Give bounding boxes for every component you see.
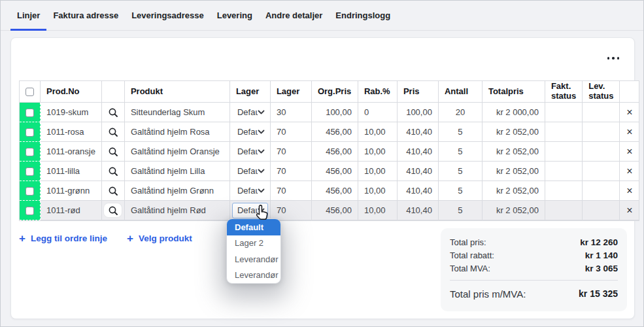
cell-fakt_status: [545, 122, 583, 142]
tab-andre-detaljer[interactable]: Andre detaljer: [259, 1, 329, 30]
product-search-button[interactable]: [104, 145, 122, 158]
col-header-lev_status: Lev. status: [583, 81, 620, 103]
cell-remove: ×: [620, 122, 639, 142]
warehouse-select[interactable]: Default: [232, 144, 268, 160]
row-checkbox[interactable]: [25, 128, 34, 137]
cell-lager_valg: Default: [230, 201, 271, 220]
col-header-pris: Pris: [398, 81, 439, 103]
cell-antall: 5: [439, 201, 483, 220]
cell-check: [20, 201, 41, 220]
warehouse-select[interactable]: Default: [232, 164, 268, 179]
cell-check: [20, 181, 41, 201]
cell-produkt: Galtåtind hjelm Lilla: [125, 162, 230, 181]
table-row: 1011-lillaGaltåtind hjelm LillaDefault70…: [20, 162, 639, 181]
cell-org_pris: 456,00: [312, 201, 358, 220]
warehouse-dropdown-menu: DefaultLager 2Leverandør 1Leverandør 2: [226, 218, 281, 284]
warehouse-select-value: Default: [237, 166, 258, 176]
add-order-line-button[interactable]: + Legg til ordre linje: [19, 233, 107, 244]
warehouse-select[interactable]: Default: [232, 105, 268, 120]
cell-lev_status: [583, 142, 620, 162]
dropdown-option-default[interactable]: Default: [227, 219, 280, 235]
tab-faktura-adresse[interactable]: Faktura adresse: [46, 1, 125, 30]
row-checkbox[interactable]: [25, 109, 34, 117]
remove-line-button[interactable]: ×: [620, 186, 639, 196]
warehouse-select-value: Default: [237, 127, 258, 137]
dropdown-option-leverandør-1[interactable]: Leverandør 1: [227, 251, 280, 267]
row-checkbox[interactable]: [25, 167, 34, 176]
totals-value: kr 1 140: [585, 250, 618, 260]
cell-produkt: Galtåtind hjelm Grønn: [125, 181, 230, 201]
warehouse-select[interactable]: Default: [232, 183, 268, 199]
cell-lager: 70: [271, 162, 312, 181]
cell-rab: 10,00: [358, 122, 398, 142]
cell-check: [20, 142, 41, 162]
action-links: + Legg til ordre linje + Velg produkt: [19, 233, 192, 244]
col-header-remove: [620, 81, 639, 103]
product-search-button[interactable]: [104, 203, 122, 217]
cell-search: [102, 122, 125, 142]
table-row: 1011-rosaGaltåtind hjelm RosaDefault7045…: [20, 122, 639, 142]
col-header-totalpris: Totalpris: [483, 81, 545, 103]
row-checkbox[interactable]: [25, 187, 34, 196]
warehouse-select-value: Default: [237, 107, 258, 117]
cell-search: [102, 142, 125, 162]
remove-line-button[interactable]: ×: [620, 166, 639, 177]
col-header-prod_no: Prod.No: [41, 81, 102, 103]
warehouse-select[interactable]: Default: [232, 124, 268, 140]
warehouse-select-value: Default: [237, 186, 258, 196]
row-checkbox[interactable]: [25, 148, 34, 156]
product-search-button[interactable]: [104, 125, 122, 139]
choose-product-label: Velg produkt: [139, 233, 192, 243]
cell-lager: 70: [271, 122, 312, 142]
cell-produkt: Galtåtind hjelm Oransje: [125, 142, 230, 162]
cell-lev_status: [583, 181, 620, 201]
warehouse-select[interactable]: Default: [232, 203, 268, 218]
remove-line-button[interactable]: ×: [620, 205, 639, 216]
tab-endringslogg[interactable]: Endringslogg: [329, 1, 397, 30]
cell-remove: ×: [620, 181, 639, 201]
choose-product-button[interactable]: + Velg produkt: [127, 233, 192, 244]
product-search-button[interactable]: [104, 164, 122, 178]
plus-icon: +: [127, 233, 133, 244]
remove-line-button[interactable]: ×: [620, 127, 639, 137]
chevron-down-icon: [258, 109, 265, 115]
cell-pris: 410,40: [398, 181, 439, 201]
cell-check: [20, 122, 41, 142]
cell-pris: 410,40: [398, 201, 439, 220]
product-search-button[interactable]: [104, 105, 122, 119]
row-checkbox[interactable]: [25, 207, 34, 215]
totals-divider: [450, 280, 618, 281]
dropdown-option-lager-2[interactable]: Lager 2: [227, 235, 280, 252]
remove-line-button[interactable]: ×: [620, 146, 639, 157]
cell-lager_valg: Default: [230, 103, 271, 122]
cell-produkt: Galtåtind hjelm Rød: [125, 201, 230, 220]
more-options-button[interactable]: [602, 52, 624, 65]
warehouse-select-value: Default: [237, 146, 258, 156]
totals-row: Total pris:kr 12 260: [450, 237, 618, 247]
col-header-antall: Antall: [439, 81, 483, 103]
dropdown-option-leverandør-2[interactable]: Leverandør 2: [227, 267, 280, 284]
totals-row: Total MVA:kr 3 065: [450, 264, 618, 273]
tab-leveringsadresse[interactable]: Leveringsadresse: [125, 1, 211, 30]
cell-rab: 10,00: [358, 201, 398, 220]
cell-search: [102, 181, 125, 201]
chevron-down-icon: [258, 129, 265, 135]
remove-line-button[interactable]: ×: [620, 107, 639, 118]
col-header-lager: Lager: [271, 81, 312, 103]
select-all-checkbox[interactable]: [25, 88, 34, 96]
cell-lager: 70: [271, 181, 312, 201]
col-header-produkt: Produkt: [125, 81, 230, 103]
cell-check: [20, 162, 41, 181]
cell-prod_no: 1011-rød: [41, 201, 102, 220]
tab-levering[interactable]: Levering: [211, 1, 259, 30]
cell-lev_status: [583, 162, 620, 181]
cell-check: [20, 103, 41, 122]
cell-prod_no: 1011-rosa: [41, 122, 102, 142]
cell-prod_no: 1011-grønn: [41, 181, 102, 201]
cell-antall: 5: [439, 162, 483, 181]
product-search-button[interactable]: [104, 184, 122, 198]
cell-pris: 410,40: [398, 142, 439, 162]
table-row: 1019-skumSitteunderlag SkumDefault30100,…: [20, 103, 639, 122]
tab-linjer[interactable]: Linjer: [10, 1, 46, 30]
grand-total-value: kr 15 325: [579, 288, 618, 300]
